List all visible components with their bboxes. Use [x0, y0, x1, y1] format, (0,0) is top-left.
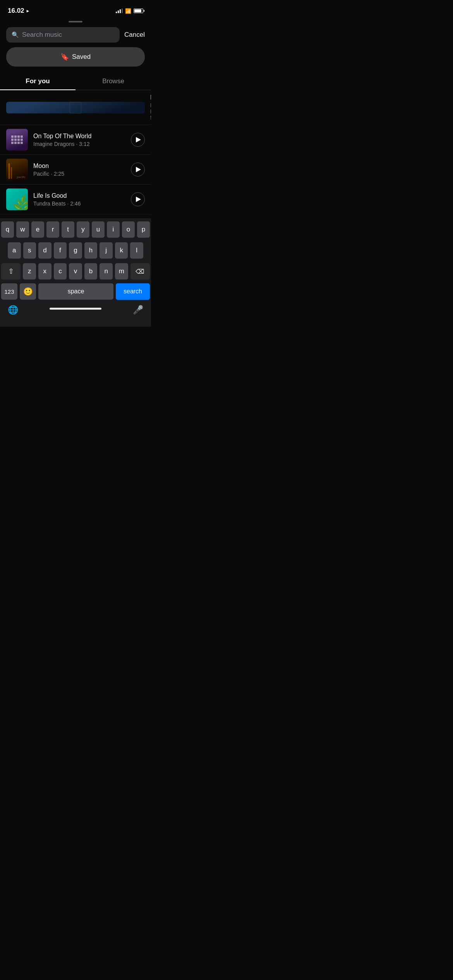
keyboard-row-2: a s d f g h j k l [0, 239, 151, 260]
song-art-3: pacific [6, 159, 28, 180]
song-info-3: Moon Pacific · 2:25 [33, 163, 125, 177]
keyboard-row-1: q w e r t y u i o p [0, 218, 151, 239]
play-button-4[interactable] [131, 192, 145, 206]
tab-browse[interactable]: Browse [76, 73, 151, 90]
key-numbers[interactable]: 123 [1, 283, 17, 300]
key-j[interactable]: j [100, 242, 113, 259]
play-triangle-2 [136, 137, 141, 142]
key-k[interactable]: k [115, 242, 128, 259]
key-space[interactable]: space [38, 283, 113, 300]
song-title-4: Life Is Good [33, 192, 125, 199]
search-bar-container: 🔍 Search music Cancel [0, 27, 151, 43]
key-p[interactable]: p [137, 221, 150, 238]
key-a[interactable]: a [8, 242, 21, 259]
battery-fill [134, 9, 141, 12]
signal-bar-1 [116, 12, 117, 13]
song-art-1 [6, 102, 145, 113]
key-l[interactable]: l [130, 242, 143, 259]
bookmark-icon: 🔖 [60, 53, 69, 61]
drag-handle[interactable] [69, 21, 82, 22]
key-m[interactable]: m [115, 263, 128, 279]
key-u[interactable]: u [92, 221, 105, 238]
play-button-2[interactable] [131, 133, 145, 147]
play-triangle-4 [136, 197, 141, 202]
key-i[interactable]: i [107, 221, 120, 238]
key-n[interactable]: n [100, 263, 113, 279]
song-art-4: 🌿 [6, 188, 28, 210]
key-f[interactable]: f [54, 242, 67, 259]
song-info-1: BLUE Billie Eilish · 5:43 [150, 94, 151, 121]
song-title-1: BLUE [150, 94, 151, 101]
key-q[interactable]: q [1, 221, 14, 238]
key-s[interactable]: s [23, 242, 36, 259]
time-display: 16.02 [8, 7, 24, 15]
signal-bars [116, 9, 123, 13]
song-item-3[interactable]: pacific Moon Pacific · 2:25 [0, 155, 151, 185]
key-o[interactable]: o [122, 221, 135, 238]
key-search[interactable]: search [116, 283, 150, 300]
key-h[interactable]: h [84, 242, 98, 259]
saved-button[interactable]: 🔖 Saved [6, 47, 145, 67]
key-w[interactable]: w [16, 221, 29, 238]
search-glass-icon: 🔍 [12, 31, 19, 38]
song-item-1[interactable]: BLUE Billie Eilish · 5:43 [0, 90, 151, 125]
microphone-icon[interactable]: 🎤 [133, 305, 143, 315]
key-e[interactable]: e [31, 221, 44, 238]
key-r[interactable]: r [46, 221, 59, 238]
location-icon: ► [26, 9, 30, 13]
play-button-3[interactable] [131, 163, 145, 176]
song-title-2: On Top Of The World [33, 133, 125, 140]
song-item-2[interactable]: On Top Of The World Imagine Dragons · 3:… [0, 125, 151, 155]
signal-bar-4 [122, 9, 123, 13]
song-title-3: Moon [33, 163, 125, 170]
key-c[interactable]: c [54, 263, 67, 279]
song-art-2 [6, 129, 28, 151]
globe-icon[interactable]: 🌐 [8, 305, 18, 315]
keyboard-bottom-bar: 🌐 🎤 [0, 301, 151, 327]
search-placeholder: Search music [22, 31, 62, 39]
song-meta-3: Pacific · 2:25 [33, 171, 125, 177]
song-meta-4: Tundra Beats · 2:46 [33, 200, 125, 207]
key-x[interactable]: x [38, 263, 51, 279]
wifi-icon: 📶 [125, 8, 131, 14]
home-indicator [50, 308, 101, 310]
key-t[interactable]: t [62, 221, 74, 238]
cancel-button[interactable]: Cancel [124, 31, 145, 39]
play-triangle-3 [136, 167, 141, 172]
key-delete[interactable]: ⌫ [130, 263, 150, 279]
signal-bar-2 [118, 10, 119, 13]
tab-for-you[interactable]: For you [0, 73, 76, 90]
key-shift[interactable]: ⇧ [1, 263, 21, 279]
song-info-4: Life Is Good Tundra Beats · 2:46 [33, 192, 125, 207]
status-icons: 📶 [116, 8, 143, 14]
key-g[interactable]: g [69, 242, 82, 259]
home-indicator-container [50, 308, 101, 313]
song-meta-1: Billie Eilish · 5:43 [150, 102, 151, 121]
signal-bar-3 [120, 9, 121, 13]
battery-icon [134, 9, 143, 13]
keyboard-row-3: ⇧ z x c v b n m ⌫ [0, 260, 151, 281]
key-emoji[interactable]: 🙂 [20, 283, 36, 300]
song-meta-2: Imagine Dragons · 3:12 [33, 141, 125, 147]
imagine-grid [11, 135, 23, 144]
status-bar: 16.02 ► 📶 [0, 0, 151, 19]
key-y[interactable]: y [77, 221, 89, 238]
song-info-2: On Top Of The World Imagine Dragons · 3:… [33, 133, 125, 147]
key-z[interactable]: z [23, 263, 36, 279]
key-d[interactable]: d [38, 242, 51, 259]
keyboard: q w e r t y u i o p a s d f g h j k l ⇧ … [0, 218, 151, 327]
keyboard-bottom-row: 123 🙂 space search [0, 281, 151, 301]
song-item-4[interactable]: 🌿 Life Is Good Tundra Beats · 2:46 [0, 185, 151, 214]
status-time: 16.02 ► [8, 7, 30, 15]
saved-label: Saved [72, 53, 91, 61]
search-input-wrapper[interactable]: 🔍 Search music [6, 27, 120, 43]
key-b[interactable]: b [84, 263, 98, 279]
key-v[interactable]: v [69, 263, 82, 279]
tabs-container: For you Browse [0, 73, 151, 90]
